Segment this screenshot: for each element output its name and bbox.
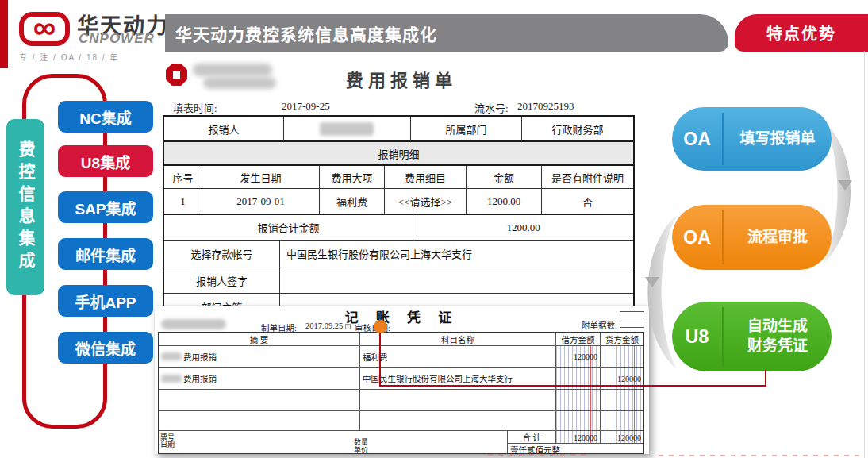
blank-line	[620, 311, 644, 312]
cell-category: 福利费	[319, 189, 384, 214]
detail-section-header: 报销明细	[164, 142, 633, 164]
table-row: 报销人 所属部门 行政财务部	[164, 117, 633, 140]
sidebar-item-mail[interactable]: 邮件集成	[58, 238, 153, 270]
page-title: 华天动力费控系统信息高度集成化	[175, 21, 437, 45]
voucher-footer: 票号 日期 数量 单价 合 计 120000 120000	[159, 430, 643, 453]
total-value: 1200.00	[413, 215, 633, 240]
applicant-label: 报销人	[164, 117, 283, 140]
total-label: 合 计	[508, 431, 556, 443]
col-credit: 贷方金额	[600, 333, 643, 345]
col-attachment: 是否有附件说明	[541, 166, 633, 188]
voucher-footer-left: 票号 日期 数量 单价	[159, 431, 508, 453]
blank-line	[620, 318, 644, 318]
connector-line	[765, 370, 766, 387]
flow-step-tag: OA	[672, 129, 722, 150]
applicant-value	[283, 117, 410, 140]
sidebar-item-nc[interactable]: NC集成	[58, 101, 153, 133]
slide-edge	[864, 51, 865, 458]
blank-line	[620, 327, 644, 328]
account-cell: 福利费	[359, 346, 555, 367]
total-label: 报销合计金额	[164, 215, 413, 240]
col-seq: 序号	[164, 166, 202, 188]
total-debit: 120000	[556, 431, 601, 443]
flow-step-tag: U8	[672, 326, 722, 348]
flow-step-approval[interactable]: OA 流程审批	[672, 205, 832, 270]
redacted-company-name	[203, 77, 276, 89]
flow-step-label: 填写报销单	[724, 129, 832, 149]
sidebar-item-u8[interactable]: U8集成	[58, 145, 153, 177]
voucher-header-row: 摘 要 科目名称 借方金额 贷方金额	[159, 333, 643, 345]
col-item: 费用细目	[384, 166, 466, 188]
cropped-artifact	[488, 454, 591, 456]
flow-step-fill-form[interactable]: OA 填写报销单	[672, 107, 832, 171]
date-picker-box[interactable]	[345, 324, 351, 329]
cell-item-select[interactable]: <<请选择>>	[384, 189, 466, 214]
col-date: 发生日期	[202, 166, 319, 188]
expense-form-table: 报销人 所属部门 行政财务部 报销明细 序号 发生日期 费用大项 费用细目 金额…	[163, 115, 635, 321]
account-label: 选择存款帐号	[164, 241, 279, 267]
total-credit: 120000	[601, 431, 643, 443]
department-label: 所属部门	[410, 117, 521, 140]
voucher-row	[159, 389, 643, 410]
col-debit: 借方金额	[555, 333, 600, 345]
accounting-voucher: 记 账 凭 证 制单日期: 2017.09.25 审核日期: 附单据数: 摘 要…	[155, 306, 649, 454]
col-amount: 金额	[466, 166, 541, 188]
voucher-row	[159, 410, 643, 430]
feature-advantage-badge[interactable]: 特点优势	[735, 14, 868, 52]
voucher-row: 费用报销 福利费 120000	[159, 345, 643, 367]
table-row: 报销合计金额 1200.00	[164, 214, 633, 240]
cropped-artifact	[659, 455, 863, 456]
redacted-applicant-name	[320, 122, 374, 136]
table-row: 报销人签字	[164, 267, 633, 293]
sidebar-item-wechat[interactable]: 微信集成	[58, 332, 153, 364]
slide: ∞ 华天动力 CNPOWER 专 / 注 / OA / 18 / 年 华天动力费…	[0, 0, 868, 458]
flow-step-label: 流程审批	[724, 228, 832, 248]
signature-value	[279, 267, 633, 293]
voucher-table: 摘 要 科目名称 借方金额 贷方金额 费用报销 福利费 120000	[158, 332, 644, 454]
fill-time-label: 填表时间:	[173, 100, 217, 115]
summary-cell: 费用报销	[159, 368, 359, 389]
arrow-down-icon	[645, 277, 659, 287]
brand-tagline: 专 / 注 / OA / 18 / 年	[19, 51, 119, 63]
brand-subtitle: CNPOWER	[79, 31, 155, 47]
table-row: 报销明细	[164, 140, 633, 164]
sidebar-item-mobile-app[interactable]: 手机APP	[58, 285, 153, 317]
signature-label: 报销人签字	[164, 267, 279, 293]
connector-line	[379, 385, 766, 387]
summary-cell: 费用报销	[159, 346, 359, 367]
flow-step-auto-voucher[interactable]: U8 自动生成 财务凭证	[672, 302, 832, 371]
company-seal-icon	[166, 64, 187, 86]
made-date-value: 2017.09.25	[305, 321, 343, 330]
redacted-name	[161, 352, 182, 360]
flow-step-tag: OA	[672, 227, 722, 248]
sidebar-title-expense-integration: 费控信息集成	[6, 119, 44, 295]
redacted-voucher-company	[161, 319, 226, 329]
infinity-logo-icon: ∞	[19, 12, 70, 46]
department-value: 行政财务部	[521, 117, 633, 140]
audit-marker-dot	[374, 320, 387, 333]
price-label: 单价	[354, 445, 368, 455]
connector-line	[379, 333, 381, 387]
sidebar-item-sap[interactable]: SAP集成	[58, 191, 153, 223]
attach-count-label: 附单据数:	[582, 319, 617, 331]
cell-date: 2017-09-01	[202, 189, 319, 214]
redacted-company-name	[193, 64, 272, 76]
header-bar: 华天动力费控系统信息高度集成化	[165, 14, 728, 52]
credit-cell	[600, 346, 643, 367]
debit-cell: 120000	[555, 346, 600, 367]
table-header-row: 序号 发生日期 费用大项 费用细目 金额 是否有附件说明	[164, 164, 633, 188]
account-value: 中国民生银行股份有限公司上海大华支行	[279, 241, 633, 267]
cell-seq: 1	[164, 189, 202, 214]
left-accent-strip	[0, 0, 8, 68]
serial-value: 20170925193	[517, 100, 574, 113]
form-title: 费用报销单	[317, 66, 486, 91]
cell-amount: 1200.00	[466, 189, 541, 214]
col-category: 费用大项	[319, 166, 384, 188]
arrow-down-icon	[838, 180, 852, 191]
flow-step-label: 自动生成 财务凭证	[724, 317, 832, 356]
voucher-title: 记 账 凭 证	[155, 306, 649, 326]
date-label: 日期	[160, 439, 175, 449]
table-row: 1 2017-09-01 福利费 <<请选择>> 1200.00 否	[164, 188, 633, 214]
cell-attachment: 否	[541, 189, 633, 214]
serial-label: 流水号:	[474, 100, 509, 115]
